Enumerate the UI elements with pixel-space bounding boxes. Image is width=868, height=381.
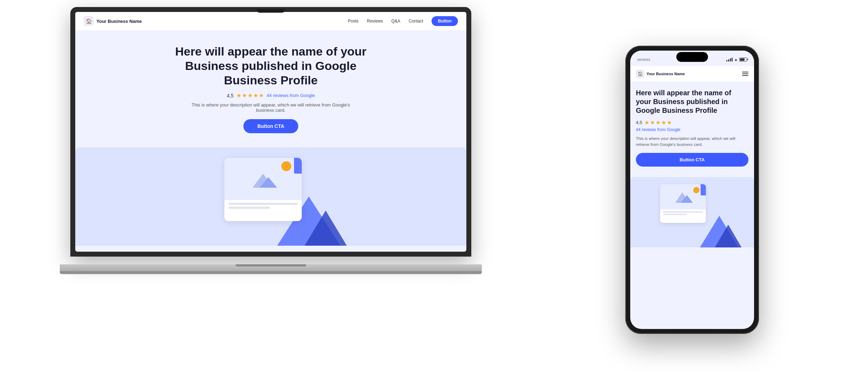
nav-link-contact[interactable]: Contact — [409, 19, 423, 24]
laptop-body: 🏠 Your Business Name Posts Reviews Q&A C… — [70, 7, 471, 257]
phone-body: services ▲ — [625, 46, 759, 334]
signal-bar-4 — [732, 58, 733, 62]
star-2: ★ — [242, 92, 247, 99]
signal-bar-3 — [730, 58, 731, 62]
phone-cta-button[interactable]: Button CTA — [636, 153, 748, 167]
phone-illus-line-2 — [663, 214, 687, 215]
logo-icon: 🏠 — [84, 16, 94, 26]
phone-illus-tri-right — [715, 225, 742, 247]
laptop-review-link[interactable]: 44 reviews from Google — [267, 93, 315, 98]
phone-star-3: ★ — [656, 119, 660, 126]
laptop-stars: ★ ★ ★ ★ ★ — [236, 92, 264, 99]
nav-link-qa[interactable]: Q&A — [391, 19, 400, 24]
laptop-logo: 🏠 Your Business Name — [84, 16, 142, 26]
illus-card — [224, 158, 302, 221]
laptop-device: 🏠 Your Business Name Posts Reviews Q&A C… — [70, 7, 471, 274]
phone-hero-desc: This is where your description will appe… — [636, 136, 748, 148]
laptop-hero: Here will appear the name of your Busine… — [75, 30, 466, 147]
phone-screen: services ▲ — [630, 51, 754, 329]
phone-logo-text: Your Business Name — [646, 72, 685, 76]
laptop-screen: 🏠 Your Business Name Posts Reviews Q&A C… — [75, 12, 466, 252]
signal-icon — [726, 58, 733, 62]
illus-card-img — [224, 158, 302, 200]
laptop-rating-value: 4,5 — [227, 93, 234, 98]
laptop-nav-links: Posts Reviews Q&A Contact Button — [348, 16, 458, 26]
phone-status-services: services — [637, 58, 650, 62]
phone-stars: ★ ★ ★ ★ ★ — [644, 119, 672, 126]
phone-dynamic-island — [676, 52, 708, 62]
phone-illus-line-1 — [663, 211, 703, 213]
signal-bar-2 — [728, 59, 729, 62]
phone-device: services ▲ — [625, 46, 759, 334]
phone-illus-card — [660, 184, 706, 223]
scene: 🏠 Your Business Name Posts Reviews Q&A C… — [0, 0, 868, 381]
laptop-nav-button[interactable]: Button — [432, 16, 458, 26]
phone-navbar: 🏠 Your Business Name — [630, 66, 754, 82]
phone-star-1: ★ — [644, 119, 649, 126]
illus-card-lines — [224, 200, 302, 213]
laptop-camera — [257, 9, 285, 13]
laptop-hero-title: Here will appear the name of your Busine… — [172, 44, 369, 87]
phone-logo: 🏠 Your Business Name — [636, 70, 685, 78]
star-3: ★ — [248, 92, 253, 99]
nav-link-posts[interactable]: Posts — [348, 19, 358, 24]
hamburger-menu[interactable] — [742, 72, 748, 76]
phone-illustration — [630, 177, 754, 247]
hamburger-line-2 — [742, 73, 748, 74]
star-1: ★ — [236, 92, 241, 99]
laptop-navbar: 🏠 Your Business Name Posts Reviews Q&A C… — [75, 12, 466, 30]
laptop-hero-desc: This is where your description will appe… — [183, 102, 359, 113]
nav-link-reviews[interactable]: Reviews — [367, 19, 383, 24]
illus-mountain-svg — [247, 167, 279, 191]
phone-status-right: ▲ — [726, 57, 747, 62]
laptop-illustration — [75, 147, 466, 246]
phone-star-5: ★ — [667, 119, 672, 126]
illus-line-2 — [229, 207, 270, 209]
hamburger-line-1 — [742, 72, 748, 72]
laptop-cta-button[interactable]: Button CTA — [243, 119, 299, 133]
phone-rating-value: 4,5 — [636, 120, 642, 125]
phone-illus-card-lines — [660, 209, 706, 218]
signal-bar-1 — [726, 60, 727, 62]
laptop-logo-text: Your Business Name — [96, 19, 142, 24]
phone-star-2: ★ — [650, 119, 655, 126]
battery-fill — [740, 58, 745, 61]
phone-star-4: ★ — [661, 119, 666, 126]
laptop-base — [60, 264, 482, 274]
illus-sun — [281, 161, 291, 171]
phone-illus-mountain-svg — [674, 189, 693, 205]
battery-icon — [739, 58, 747, 62]
laptop-rating-row: 4,5 ★ ★ ★ ★ ★ 44 reviews from Google — [227, 92, 315, 99]
illus-triangle-right — [305, 211, 347, 246]
illus-line-1 — [229, 203, 298, 205]
star-4: ★ — [253, 92, 258, 99]
phone-illus-card-img — [660, 184, 706, 209]
star-5: ★ — [259, 92, 264, 99]
hamburger-line-3 — [742, 75, 748, 76]
wifi-icon: ▲ — [734, 57, 738, 62]
phone-illus-sun — [693, 187, 700, 193]
phone-review-link[interactable]: 44 reviews from Google — [636, 127, 748, 132]
phone-illus-clip — [701, 184, 706, 195]
phone-logo-icon: 🏠 — [636, 70, 644, 78]
phone-rating-row: 4,5 ★ ★ ★ ★ ★ — [636, 119, 748, 126]
phone-hero-title: Here will appear the name of your Busine… — [636, 89, 748, 115]
phone-hero: Here will appear the name of your Busine… — [630, 82, 754, 177]
illus-clip — [294, 158, 302, 174]
